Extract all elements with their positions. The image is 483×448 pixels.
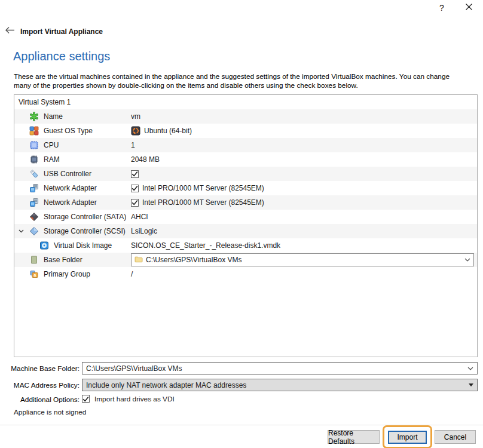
- row-label: Virtual Disk Image: [54, 241, 112, 250]
- table-row-storage-controller-sata[interactable]: Storage Controller (SATA)AHCI: [14, 210, 477, 224]
- close-button[interactable]: [463, 2, 475, 13]
- row-value: vm: [131, 112, 140, 121]
- network-icon: [29, 183, 39, 193]
- row-value: 2048 MB: [131, 155, 160, 164]
- footer-separator: [0, 425, 483, 425]
- row-checkbox[interactable]: [131, 170, 139, 178]
- wizard-title: Import Virtual Appliance: [20, 27, 103, 36]
- row-label: RAM: [44, 155, 60, 164]
- mac-address-policy-dropdown[interactable]: Include only NAT network adapter MAC add…: [82, 379, 478, 391]
- back-button[interactable]: [5, 27, 16, 35]
- page-description: These are the virtual machines contained…: [14, 72, 466, 90]
- table-row-guest-os-type[interactable]: Guest OS TypeUbuntu (64-bit): [14, 124, 477, 138]
- base-folder-icon: [29, 255, 39, 265]
- usb-icon: [29, 169, 39, 179]
- row-checkbox[interactable]: [131, 199, 139, 207]
- dropdown-arrow-icon: [469, 383, 473, 386]
- table-row-storage-controller-scsi[interactable]: Storage Controller (SCSI)LsiLogic: [14, 224, 477, 238]
- table-row-usb-controller[interactable]: USB Controller: [14, 167, 477, 181]
- row-value: LsiLogic: [131, 227, 157, 235]
- scsi-icon: [29, 226, 39, 236]
- mac-address-policy-value: Include only NAT network adapter MAC add…: [86, 381, 469, 389]
- row-label: Storage Controller (SATA): [44, 213, 126, 221]
- row-value: AHCI: [131, 213, 148, 221]
- table-row-ram[interactable]: RAM2048 MB: [14, 152, 477, 167]
- row-label: Guest OS Type: [44, 127, 93, 135]
- table-row-name[interactable]: Namevm: [14, 109, 477, 124]
- help-button[interactable]: ?: [436, 2, 447, 13]
- row-value: 1: [131, 141, 135, 149]
- row-value: /: [131, 270, 133, 278]
- network-icon: [29, 198, 39, 207]
- restore-defaults-button[interactable]: Restore Defaults: [328, 430, 380, 444]
- machine-base-folder-combobox[interactable]: C:\Users\GPS\VirtualBox VMs: [82, 362, 478, 375]
- back-arrow-icon: [5, 26, 15, 36]
- row-label: Network Adapter: [44, 184, 97, 192]
- chevron-down-icon[interactable]: [464, 258, 470, 262]
- row-label: Name: [44, 112, 63, 121]
- table-row-cpu[interactable]: CPU1: [14, 138, 477, 152]
- name-icon: [29, 112, 39, 121]
- cancel-button[interactable]: Cancel: [435, 430, 476, 444]
- appliance-settings-table: Virtual System 1 NamevmGuest OS TypeUbun…: [14, 94, 478, 357]
- row-value: Ubuntu (64-bit): [144, 127, 192, 135]
- additional-options-label: Additional Options:: [0, 395, 80, 404]
- signature-note: Appliance is not signed: [14, 408, 86, 416]
- row-label: Primary Group: [44, 270, 90, 278]
- row-value: SICON.OS_CE_Starter_-_Release-disk1.vmdk: [131, 241, 280, 250]
- table-row-base-folder[interactable]: Base FolderC:\Users\GPS\VirtualBox VMs: [14, 253, 477, 267]
- table-row-virtual-disk-image[interactable]: Virtual Disk ImageSICON.OS_CE_Starter_-_…: [14, 238, 477, 253]
- mac-address-policy-label: MAC Address Policy:: [0, 381, 80, 389]
- machine-base-folder-value: C:\Users\GPS\VirtualBox VMs: [86, 364, 467, 373]
- expand-chevron-icon[interactable]: [19, 229, 29, 233]
- row-label: CPU: [44, 141, 59, 149]
- page-title: Appliance settings: [13, 50, 110, 63]
- folder-icon: [134, 256, 143, 265]
- row-value: Intel PRO/1000 MT Server (82545EM): [142, 184, 264, 192]
- table-row-primary-group[interactable]: aPrimary Group/: [14, 267, 477, 281]
- os-icon: [29, 126, 39, 136]
- disk-icon: [39, 241, 49, 250]
- group-icon: a: [29, 269, 39, 279]
- row-label: Network Adapter: [44, 198, 97, 207]
- table-row-network-adapter-1[interactable]: Network AdapterIntel PRO/1000 MT Server …: [14, 181, 477, 195]
- row-label: Storage Controller (SCSI): [44, 227, 126, 235]
- table-row-network-adapter-2[interactable]: Network AdapterIntel PRO/1000 MT Server …: [14, 195, 477, 210]
- import-vdi-checkbox[interactable]: [82, 395, 90, 403]
- row-label: Base Folder: [44, 256, 82, 264]
- svg-text:a: a: [34, 273, 36, 277]
- virtual-system-header: Virtual System 1: [14, 95, 477, 109]
- row-checkbox[interactable]: [131, 185, 139, 192]
- import-button[interactable]: Import: [388, 431, 427, 444]
- cpu-icon: [29, 140, 39, 150]
- machine-base-folder-label: Machine Base Folder:: [0, 364, 80, 373]
- row-label: USB Controller: [44, 170, 91, 178]
- chevron-down-icon[interactable]: [467, 367, 473, 370]
- row-value: Intel PRO/1000 MT Server (82545EM): [142, 198, 264, 207]
- base-folder-combobox[interactable]: C:\Users\GPS\VirtualBox VMs: [131, 253, 474, 266]
- import-vdi-checkbox-label[interactable]: Import hard drives as VDI: [94, 395, 175, 403]
- sata-icon: [29, 212, 39, 222]
- ubuntu-icon: [131, 126, 140, 136]
- close-icon: [465, 2, 473, 13]
- combo-value: C:\Users\GPS\VirtualBox VMs: [146, 256, 461, 264]
- ram-icon: [29, 155, 39, 164]
